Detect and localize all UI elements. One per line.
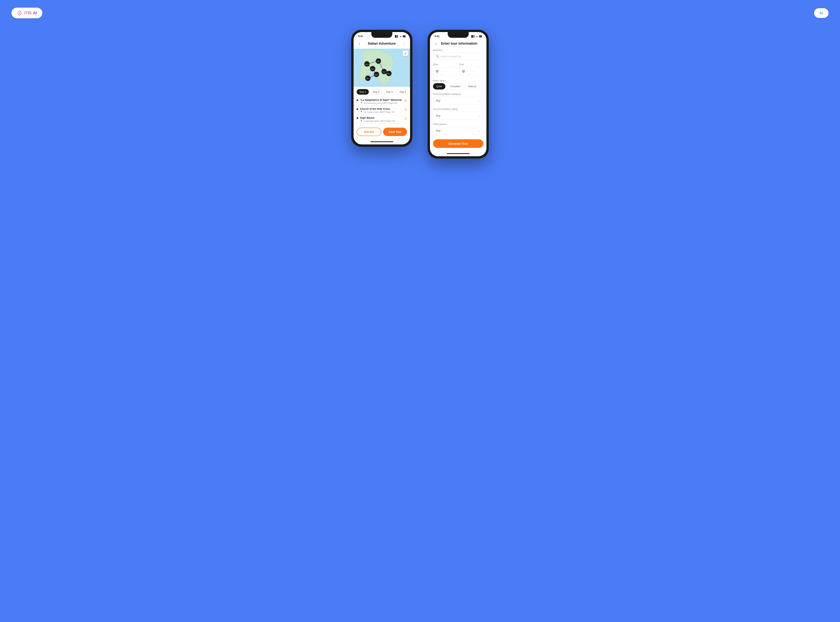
itinerary-list: "La Spigolatrice di Sapri" Memorial 📍 Vi… bbox=[354, 96, 410, 126]
action-buttons: Discard Save Tour bbox=[354, 126, 410, 140]
notch2 bbox=[447, 32, 469, 38]
itinerary-item-2: Church of the Holy Cross 📍 Via Santa Cro… bbox=[357, 106, 407, 115]
accommodation-category-section: Accommodation category Any ⌄ bbox=[433, 93, 483, 105]
place-type-natural[interactable]: Natural bbox=[465, 83, 480, 90]
wifi-icon-2: ▲ bbox=[476, 35, 478, 37]
itinerary-address-3: 📍 Lungomare Italia, 84073 Sapri SA bbox=[360, 120, 403, 122]
itinerary-address-1: 📍 Via Giuseppe Verdi, 84073 Sapri SA bbox=[360, 102, 403, 104]
place-type-crowded[interactable]: Crowded bbox=[447, 83, 463, 90]
status-time-1: 9:41 bbox=[358, 35, 363, 38]
food-places-value: Any bbox=[436, 129, 440, 132]
refresh-button-3[interactable]: ↻ bbox=[405, 117, 407, 120]
phone2-content: ‹ Enter tour information Direction 🔍 Are… bbox=[430, 39, 486, 152]
direction-label: Direction bbox=[433, 49, 483, 52]
end-field: End 📅 __ - __ - ____ bbox=[459, 63, 483, 76]
save-tour-button[interactable]: Save Tour bbox=[383, 128, 407, 136]
map-expand-button[interactable]: ⤢ bbox=[403, 50, 408, 56]
signal-icon: ▐▌▌ bbox=[394, 35, 399, 37]
end-input[interactable]: 📅 __ - __ - ____ bbox=[459, 67, 483, 76]
end-placeholder: __ - __ - ____ bbox=[467, 69, 481, 75]
chevron-down-icon-3: ⌄ bbox=[478, 129, 481, 132]
svg-text:Day 7: Day 7 bbox=[387, 73, 391, 75]
refresh-button-1[interactable]: ↻ bbox=[405, 99, 407, 102]
calendar-icon-start: 📅 bbox=[435, 70, 439, 73]
wifi-icon: ▲ bbox=[400, 35, 402, 37]
logo-pill: ITIS AI bbox=[11, 8, 43, 18]
svg-text:Day 1: Day 1 bbox=[366, 78, 370, 79]
itinerary-info-2: Church of the Holy Cross 📍 Via Santa Cro… bbox=[360, 107, 403, 113]
battery-icon-2: ▓▓ bbox=[479, 35, 482, 37]
place-type-buttons: Quiet Crowded Natural bbox=[433, 83, 483, 90]
svg-text:Day 3: Day 3 bbox=[371, 68, 374, 70]
date-row: Start 📅 __ - __ - ____ End 📅 __ - __ - _… bbox=[433, 63, 483, 76]
accommodation-category-dropdown[interactable]: Any ⌄ bbox=[433, 96, 483, 105]
accommodation-rating-label: Accommodation rating bbox=[433, 108, 483, 110]
end-label: End bbox=[459, 63, 483, 66]
svg-text:Day 6: Day 6 bbox=[382, 71, 386, 73]
svg-text:Day 5: Day 5 bbox=[377, 61, 380, 62]
food-places-dropdown[interactable]: Any ⌄ bbox=[433, 127, 483, 135]
svg-text:Day 4: Day 4 bbox=[365, 64, 369, 65]
pin-icon-3: 📍 bbox=[360, 120, 363, 122]
itinerary-item-1: "La Spigolatrice di Sapri" Memorial 📍 Vi… bbox=[357, 97, 407, 106]
phone2: 9:41 ▐▌▌ ▲ ▓▓ ‹ Enter tour information D… bbox=[428, 30, 489, 159]
phone1-title: Italian Adventure bbox=[368, 41, 396, 46]
phone1-screen: 9:41 ▐▌▌ ▲ ▓▓ ‹ Italian Adventure ⋮ bbox=[354, 32, 410, 145]
bullet-2 bbox=[357, 108, 358, 110]
start-label: Start bbox=[433, 63, 457, 66]
place-type-label: Place type bbox=[433, 79, 483, 82]
logo-text: ITIS AI bbox=[24, 11, 37, 15]
signal-icon-2: ▐▌▌ bbox=[470, 35, 475, 37]
logo-icon bbox=[17, 10, 22, 16]
itinerary-info-1: "La Spigolatrice di Sapri" Memorial 📍 Vi… bbox=[360, 98, 403, 104]
food-places-label: Food places bbox=[433, 123, 483, 125]
itinerary-info-3: Sapri Beach 📍 Lungomare Italia, 84073 Sa… bbox=[360, 116, 403, 122]
direction-section: Direction 🔍 Area /Country/City bbox=[433, 49, 483, 60]
notch1 bbox=[371, 32, 393, 38]
phone2-nav: ‹ Enter tour information bbox=[433, 39, 483, 49]
accommodation-category-value: Any bbox=[436, 99, 440, 102]
svg-point-1 bbox=[19, 12, 20, 14]
phone1-nav: ‹ Italian Adventure ⋮ bbox=[354, 39, 410, 49]
header: ITIS AI AI bbox=[11, 8, 829, 18]
refresh-button-2[interactable]: ↻ bbox=[405, 108, 407, 111]
home-indicator-2 bbox=[447, 153, 470, 154]
itinerary-name-1: "La Spigolatrice di Sapri" Memorial bbox=[360, 98, 403, 101]
start-placeholder: __ - __ - ____ bbox=[440, 69, 455, 75]
itinerary-name-3: Sapri Beach bbox=[360, 116, 403, 119]
calendar-icon-end: 📅 bbox=[462, 70, 465, 73]
food-places-section: Food places Any ⌄ bbox=[433, 123, 483, 135]
phone1: 9:41 ▐▌▌ ▲ ▓▓ ‹ Italian Adventure ⋮ bbox=[351, 30, 412, 147]
start-field: Start 📅 __ - __ - ____ bbox=[433, 63, 457, 76]
bullet-3 bbox=[357, 117, 358, 119]
itinerary-item-3: Sapri Beach 📍 Lungomare Italia, 84073 Sa… bbox=[357, 115, 407, 124]
svg-text:Day 2: Day 2 bbox=[375, 74, 378, 76]
place-type-quiet[interactable]: Quiet bbox=[433, 83, 445, 90]
more-button-1[interactable]: ⋮ bbox=[401, 41, 407, 46]
day-tab-2[interactable]: Day 2 bbox=[370, 89, 382, 95]
bullet-1 bbox=[357, 99, 358, 101]
accommodation-rating-value: Any bbox=[436, 114, 440, 117]
discard-button[interactable]: Discard bbox=[357, 128, 381, 136]
day-tab-1[interactable]: Day 1 bbox=[357, 89, 369, 95]
day-tab-3[interactable]: Day 3 bbox=[383, 89, 396, 95]
battery-icon: ▓▓ bbox=[403, 35, 405, 37]
map-area: Day 1 Day 2 Day 3 Day 4 Day 5 Day 6 Day … bbox=[354, 49, 410, 87]
start-input[interactable]: 📅 __ - __ - ____ bbox=[433, 67, 457, 76]
back-button-1[interactable]: ‹ bbox=[357, 41, 362, 46]
generate-tour-button[interactable]: Generate Tour bbox=[433, 139, 483, 148]
status-icons-1: ▐▌▌ ▲ ▓▓ bbox=[394, 35, 405, 37]
accommodation-rating-dropdown[interactable]: Any ⌄ bbox=[433, 111, 483, 120]
direction-input[interactable]: 🔍 Area /Country/City bbox=[433, 53, 483, 60]
pin-icon-1: 📍 bbox=[360, 102, 363, 104]
home-indicator-1 bbox=[370, 142, 393, 142]
phone2-screen: 9:41 ▐▌▌ ▲ ▓▓ ‹ Enter tour information D… bbox=[430, 32, 486, 156]
map-svg: Day 1 Day 2 Day 3 Day 4 Day 5 Day 6 Day … bbox=[354, 49, 410, 87]
day-tab-4[interactable]: Day 4 bbox=[397, 89, 409, 95]
chevron-down-icon-1: ⌄ bbox=[478, 99, 481, 102]
search-icon: 🔍 bbox=[436, 55, 439, 58]
phone2-title: Enter tour information bbox=[441, 41, 477, 46]
ai-button[interactable]: AI bbox=[814, 8, 829, 18]
back-button-2[interactable]: ‹ bbox=[433, 41, 439, 46]
status-time-2: 9:41 bbox=[435, 35, 440, 38]
